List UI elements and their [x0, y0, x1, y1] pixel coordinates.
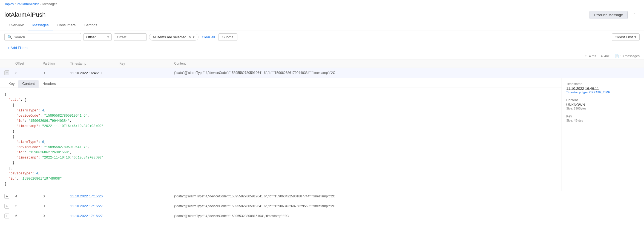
tabs-bar: Overview Messages Consumers Settings: [0, 20, 644, 30]
table-row: − 3 0 11.10.2022 16:46:11 {"data":[{"ala…: [0, 68, 644, 78]
meta-key-label: Key: [566, 114, 639, 118]
search-box: 🔍: [4, 33, 81, 41]
row-content: {"data":[{"alarmType":4,"deviceCode":"15…: [174, 214, 640, 218]
search-icon: 🔍: [7, 35, 12, 39]
row-timestamp: 11.10.2022 17:15:27: [70, 214, 119, 218]
stat-messages-value: 13 messages: [620, 54, 640, 58]
tab-overview[interactable]: Overview: [4, 20, 28, 30]
meta-content-size: Size: 296Bytes: [566, 107, 639, 110]
row-timestamp: 11.10.2022 16:46:11: [70, 71, 119, 75]
more-options-button[interactable]: ⋮: [630, 10, 640, 19]
row-partition: 0: [43, 214, 70, 218]
table-row: + 6 0 11.10.2022 17:15:27 {"data":[{"ala…: [0, 211, 644, 221]
meta-timestamp-type: Timestamp type: CREATE_TIME: [566, 91, 639, 94]
row-expand-btn[interactable]: +: [4, 204, 9, 209]
sort-selector[interactable]: Oldest First ▼: [612, 33, 640, 41]
expand-inner: Key Content Headers { "data": [ { "alarm…: [0, 78, 644, 191]
col-header-partition: Partition: [43, 61, 70, 67]
stat-time: ⏱ 4 ms: [585, 54, 596, 58]
stat-size: ⬇ 4KB: [600, 54, 611, 58]
row-timestamp: 11.10.2022 17:15:27: [70, 204, 119, 208]
stat-size-value: 4KB: [604, 54, 611, 58]
tab-settings[interactable]: Settings: [80, 20, 102, 30]
row-offset: 3: [15, 71, 43, 75]
breadcrumb-sep2: /: [40, 2, 41, 6]
row-offset: 5: [15, 204, 43, 208]
add-filters-row: + Add Filters: [0, 44, 644, 53]
expand-tabs-bar: Key Content Headers: [0, 78, 562, 88]
row-partition: 0: [43, 71, 70, 75]
tab-consumers[interactable]: Consumers: [53, 20, 80, 30]
breadcrumb-topic-name[interactable]: iotAlarmAiPush: [17, 2, 39, 6]
add-filters-button[interactable]: + Add Filters: [4, 45, 31, 51]
sort-label: Oldest First: [615, 35, 633, 39]
json-content: { "data": [ { "alarmType": 4, "deviceCod…: [0, 88, 562, 191]
row-timestamp: 11.10.2022 17:15:26: [70, 194, 119, 198]
row-content: {"data":[{"alarmType":4,"deviceCode":"15…: [174, 71, 640, 75]
header-actions: Produce Message ⋮: [590, 10, 640, 19]
meta-content-value: UNKNOWN: [566, 103, 639, 107]
col-header-key: Key: [119, 61, 174, 67]
row-expand-btn[interactable]: +: [4, 194, 9, 199]
filter-chip-x-icon[interactable]: ✕: [188, 35, 191, 39]
row-partition: 0: [43, 204, 70, 208]
breadcrumb-topics[interactable]: Topics: [4, 2, 14, 6]
row-expand-btn[interactable]: +: [4, 214, 9, 218]
table-header: Offset Partition Timestamp Key Content: [0, 59, 644, 68]
page-title: iotAlarmAiPush: [4, 11, 45, 18]
expand-tab-content[interactable]: Content: [18, 80, 39, 88]
col-header-offset: Offset: [15, 61, 43, 67]
table-row: + 5 0 11.10.2022 17:15:27 {"data":[{"ala…: [0, 201, 644, 211]
expand-meta: Timestamp 11.10.2022 16:46:11 Timestamp …: [562, 78, 644, 191]
meta-content-section: Content UNKNOWN Size: 296Bytes: [566, 98, 639, 110]
clock-icon: ⏱: [585, 54, 588, 58]
col-header-expand: [4, 61, 15, 67]
row-content: {"data":[{"alarmType":4,"deviceCode":"15…: [174, 194, 640, 198]
offset-select-wrapper: Offset Timestamp Latest ▼: [83, 33, 112, 41]
meta-timestamp-label: Timestamp: [566, 82, 639, 86]
row-offset: 4: [15, 194, 43, 198]
filter-chip-label: All items are selected.: [153, 35, 187, 39]
row-content: {"data":[{"alarmType":4,"deviceCode":"15…: [174, 204, 640, 208]
breadcrumb-sep1: /: [15, 2, 16, 6]
stats-bar: ⏱ 4 ms ⬇ 4KB 📄 13 messages: [0, 53, 644, 59]
filter-chip-arrow-icon: ▼: [192, 36, 195, 39]
produce-message-button[interactable]: Produce Message: [590, 11, 628, 19]
col-header-content: Content: [174, 61, 640, 67]
meta-key-section: Key Size: 4Bytes: [566, 114, 639, 122]
submit-button[interactable]: Submit: [218, 33, 237, 41]
meta-key-size: Size: 4Bytes: [566, 119, 639, 122]
offset-input[interactable]: [114, 33, 147, 41]
stat-messages: 📄 13 messages: [615, 54, 640, 58]
page-header: iotAlarmAiPush Produce Message ⋮: [0, 8, 644, 20]
download-icon: ⬇: [600, 54, 603, 58]
meta-timestamp-value: 11.10.2022 16:46:11: [566, 87, 639, 91]
row-offset: 6: [15, 214, 43, 218]
filter-chip[interactable]: All items are selected. ✕ ▼: [149, 34, 199, 41]
breadcrumb: Topics / iotAlarmAiPush / Messages: [0, 0, 644, 8]
toolbar: 🔍 Offset Timestamp Latest ▼ All items ar…: [0, 30, 644, 44]
col-header-timestamp: Timestamp: [70, 61, 119, 67]
json-viewer: Key Content Headers { "data": [ { "alarm…: [0, 78, 562, 191]
row-expand-btn[interactable]: −: [4, 70, 9, 75]
expand-panel: Key Content Headers { "data": [ { "alarm…: [0, 78, 644, 191]
row-partition: 0: [43, 194, 70, 198]
search-input[interactable]: [14, 35, 78, 39]
offset-select[interactable]: Offset Timestamp Latest: [83, 33, 112, 41]
clear-all-button[interactable]: Clear all: [201, 34, 216, 41]
breadcrumb-current: Messages: [42, 2, 58, 6]
file-icon: 📄: [615, 54, 619, 58]
tab-messages[interactable]: Messages: [28, 20, 53, 30]
table-row: + 4 0 11.10.2022 17:15:26 {"data":[{"ala…: [0, 191, 644, 201]
expand-tab-key[interactable]: Key: [5, 80, 18, 88]
meta-timestamp-section: Timestamp 11.10.2022 16:46:11 Timestamp …: [566, 82, 639, 94]
expand-tab-headers[interactable]: Headers: [39, 80, 60, 88]
stat-time-value: 4 ms: [589, 54, 596, 58]
sort-arrow-icon: ▼: [634, 36, 637, 39]
meta-content-label: Content: [566, 98, 639, 102]
